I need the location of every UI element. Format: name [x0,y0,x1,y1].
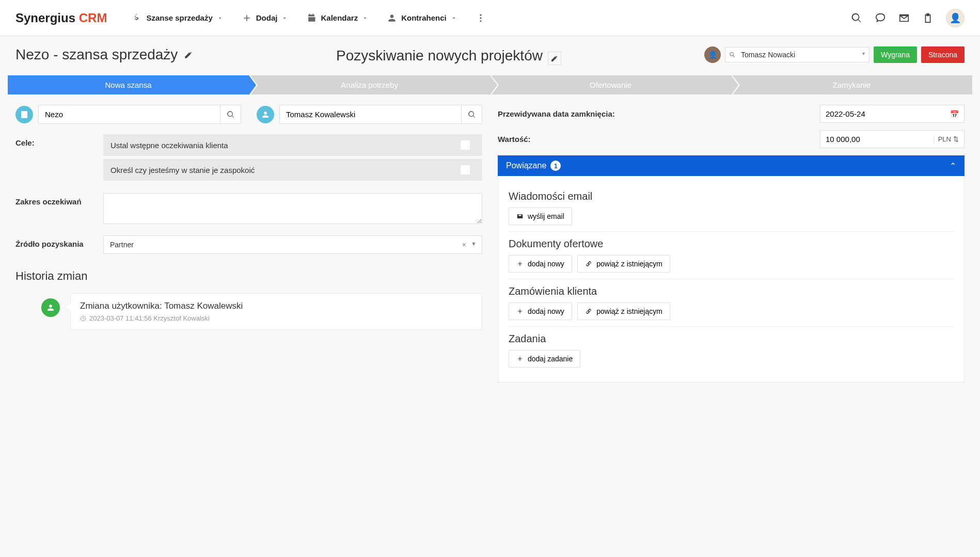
related-orders-title: Zamówienia klienta [509,285,954,297]
nav-calendar[interactable]: Kalendarz [297,13,377,23]
plus-icon [516,308,524,315]
clock-icon [80,315,86,322]
company-search-button[interactable] [220,105,241,123]
nav-more[interactable] [466,13,495,23]
edit-icon[interactable] [548,52,561,65]
related-header[interactable]: Powiązane 1 ⌃ [498,155,965,176]
nav-contractors-label: Kontrahenci [401,13,447,22]
plus-icon [516,260,524,267]
search-icon [227,110,235,119]
scope-label: Zakres oczekiwań [15,193,103,206]
add-task-label: dodaj zadanie [528,355,573,363]
contact-input[interactable] [280,105,461,123]
currency-label: PLN [938,135,951,143]
user-avatar[interactable]: 👤 [946,9,965,27]
project-title: Pozyskiwanie nowych projektów [336,47,543,63]
left-column: Cele: Ustal wstępne oczekiwania klienta … [15,105,482,383]
chevron-down-icon: ▼ [471,241,477,247]
chevron-down-icon [451,15,457,21]
clear-icon[interactable]: × [462,241,466,249]
nav-contractors[interactable]: Kontrahenci [377,13,466,23]
history-user-icon [41,298,60,317]
person-icon [387,13,397,23]
lost-button[interactable]: Stracona [921,46,965,63]
stage-nowa-szansa[interactable]: Nowa szansa [8,75,249,94]
value-input-group: PLN ⇅ [820,130,965,148]
calendar-icon [306,13,317,23]
goal-item-1: Ustal wstępne oczekiwania klienta [103,134,482,156]
mail-icon[interactable] [898,12,910,24]
goal-checkbox[interactable] [461,165,470,174]
header-actions: 👤 [851,9,965,27]
value-label: Wartość: [498,135,820,144]
search-icon [468,110,476,119]
add-order-button[interactable]: dodaj nowy [509,303,572,320]
building-icon [15,106,33,123]
related-title: Powiązane [506,161,546,170]
link-doc-button[interactable]: powiąż z istniejącym [577,255,670,273]
owner-avatar[interactable]: 👤 [704,46,721,63]
dollar-icon [132,13,142,23]
link-doc-label: powiąż z istniejącym [596,260,662,268]
nav-add-label: Dodaj [256,13,278,22]
logo-main: Synergius [15,11,79,25]
clipboard-icon[interactable] [922,12,934,24]
value-input[interactable] [826,135,934,144]
goal-checkbox[interactable] [461,140,470,150]
add-task-button[interactable]: dodaj zadanie [509,350,580,368]
won-button[interactable]: Wygrana [874,46,917,63]
stage-zamykanie[interactable]: Zamykanie [731,75,972,94]
chevron-down-icon [362,15,368,21]
company-input[interactable] [39,105,220,123]
plus-icon [516,355,524,362]
main: Cele: Ustal wstępne oczekiwania klienta … [0,105,980,383]
scope-textarea[interactable] [103,193,482,224]
date-input[interactable] [826,109,950,118]
chat-icon[interactable] [875,12,886,24]
send-email-label: wyślij email [528,212,564,220]
related-docs-title: Dokumenty ofertowe [509,238,954,250]
goal-item-2: Określ czy jesteśmy w stanie je zaspokoi… [103,159,482,181]
related-tasks: Zadania dodaj zadanie [509,327,954,374]
svg-point-1 [480,17,481,19]
search-icon[interactable] [851,12,862,24]
svg-point-2 [480,20,481,22]
related-orders: Zamówienia klienta dodaj nowy powiąż z i… [509,279,954,327]
person-icon [257,106,274,123]
owner-block: 👤 Tomasz Nowacki Wygrana Stracona [704,46,965,63]
stage-analiza[interactable]: Analiza potrzeby [249,75,490,94]
chevron-up-icon: ⌃ [950,161,956,171]
date-input-group: 📅 [820,105,965,123]
related-email: Wiadomości email wyślij email [509,184,954,232]
send-email-button[interactable]: wyślij email [509,208,572,225]
goals-label: Cele: [15,134,103,147]
nav-sales[interactable]: Szanse sprzedaży [122,13,232,23]
page-title: Nezo - szansa sprzedaży [15,46,178,63]
date-label: Przewidywana data zamknięcia: [498,109,820,118]
logo[interactable]: Synergius CRM [15,11,107,25]
add-doc-button[interactable]: dodaj nowy [509,255,572,273]
edit-icon[interactable] [184,50,193,59]
history-meta: 2023-03-07 11:41:56 Krzysztof Kowalski [80,314,472,322]
logo-sub: CRM [79,11,107,25]
add-doc-label: dodaj nowy [528,260,564,268]
opportunity-title-block: Nezo - szansa sprzedaży [15,46,193,63]
stage-bar: Nowa szansa Analiza potrzeby Ofertowanie… [8,75,972,94]
history-card[interactable]: Zmiana użytkownika: Tomasz Kowalewski 20… [70,293,482,330]
plus-icon [242,13,252,23]
contact-search-button[interactable] [461,105,482,123]
history-card-title: Zmiana użytkownika: Tomasz Kowalewski [80,301,472,311]
nav-add[interactable]: Dodaj [232,13,297,23]
currency-selector[interactable]: PLN ⇅ [934,135,959,143]
owner-select[interactable]: Tomasz Nowacki [725,47,870,62]
stage-ofertowanie[interactable]: Ofertowanie [490,75,731,94]
source-select[interactable]: Partner × ▼ [103,235,482,254]
link-order-button[interactable]: powiąż z istniejącym [577,303,670,320]
right-column: Przewidywana data zamknięcia: 📅 Wartość:… [498,105,965,383]
goal-text: Ustal wstępne oczekiwania klienta [110,141,228,150]
header: Synergius CRM Szanse sprzedaży Dodaj Kal… [0,0,980,36]
calendar-icon[interactable]: 📅 [950,110,959,118]
goal-text: Określ czy jesteśmy w stanie je zaspokoi… [110,166,255,174]
history-list: Zmiana użytkownika: Tomasz Kowalewski 20… [15,293,482,330]
history-meta-text: 2023-03-07 11:41:56 Krzysztof Kowalski [89,314,210,322]
